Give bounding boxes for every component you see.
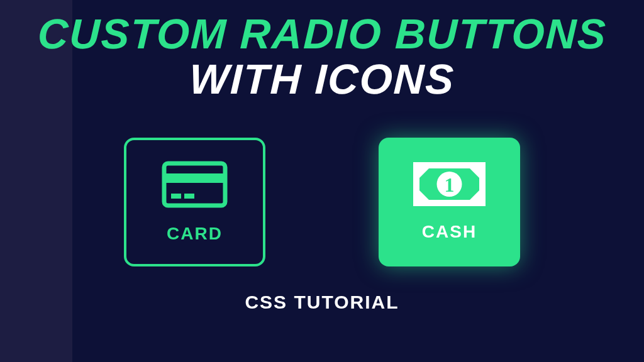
credit-card-icon: [162, 161, 228, 208]
svg-text:1: 1: [445, 173, 455, 196]
radio-label-cash: CASH: [422, 222, 477, 242]
title-line-1: CUSTOM RADIO BUTTONS: [36, 9, 608, 58]
title-line-2: WITH ICONS: [189, 55, 456, 103]
radio-option-cash[interactable]: 1 CASH: [379, 138, 520, 266]
svg-rect-1: [164, 173, 225, 183]
radio-option-card[interactable]: CARD: [124, 138, 265, 266]
svg-rect-2: [171, 194, 181, 199]
radio-label-card: CARD: [167, 224, 223, 244]
main-content: CUSTOM RADIO BUTTONS WITH ICONS CARD: [0, 0, 644, 362]
radio-group: CARD 1 CASH: [124, 138, 520, 266]
cash-bill-icon: 1: [413, 162, 486, 206]
svg-rect-3: [184, 194, 194, 199]
svg-rect-0: [164, 163, 225, 206]
footer-text: CSS TUTORIAL: [245, 292, 399, 313]
